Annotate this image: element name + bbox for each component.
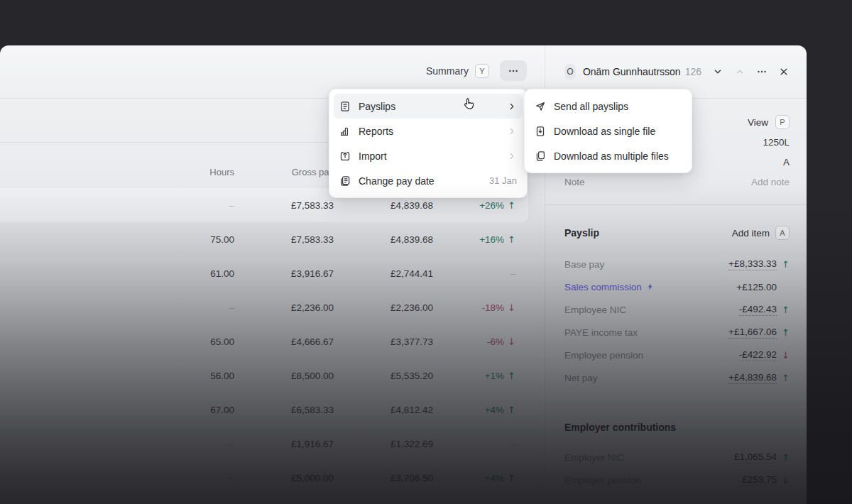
submenu-item[interactable]: Send all payslips [529, 94, 687, 119]
payslip-item-row: Net pay +£4,839.68 [564, 366, 790, 389]
payslip-item-value[interactable]: +£125.00 [736, 282, 777, 292]
cell-hours: – [0, 200, 234, 211]
trend-arrow-icon [508, 405, 515, 415]
table-row[interactable]: – £2,236.00 £2,236.00 -18% [0, 290, 528, 324]
table-row[interactable]: 56.00 £8,500.00 £5,535.20 +1% [0, 358, 528, 393]
cell-net-pay: £3,706.50 [334, 473, 433, 483]
employer-section-header: Employer contributions [564, 417, 790, 437]
payslip-item-value[interactable]: -£492.43 [739, 304, 777, 316]
menu-item[interactable]: Import [334, 143, 523, 168]
submenu-item-label: Download as multiple files [554, 150, 682, 162]
trend-arrow-icon [508, 200, 515, 211]
info-value[interactable]: A [783, 157, 790, 168]
menu-item-label: Import [359, 150, 491, 162]
download-single-icon [535, 126, 546, 137]
menu-item[interactable]: Reports [334, 119, 523, 143]
previous-employee-button[interactable] [734, 66, 746, 77]
next-employee-button[interactable] [712, 66, 723, 77]
cell-net-pay: £4,839.68 [334, 200, 433, 211]
menu-item-label: Reports [359, 126, 491, 137]
cell-hours: – [0, 439, 234, 449]
trend-arrow-icon [508, 473, 515, 483]
window-header-controls: Summary Y [426, 60, 527, 81]
cell-change: +1% [433, 371, 515, 381]
employer-item-label: Employer pension [564, 475, 742, 486]
menu-item[interactable]: Change pay date 31 Jan [334, 168, 523, 193]
more-options-button[interactable] [500, 60, 527, 81]
summary-shortcut-key: Y [475, 64, 489, 78]
menu-item[interactable]: Payslips [334, 94, 523, 119]
panel-more-button[interactable] [756, 66, 768, 77]
employer-item-value[interactable]: £1,065.54 [734, 451, 777, 464]
info-row: Note Add note [564, 172, 790, 192]
table-row[interactable]: – £1,916.67 £1,322.69 – [0, 427, 528, 461]
payslip-item-label: Sales commission [564, 282, 736, 292]
cell-change: – [433, 439, 515, 449]
change-percent: -18% [482, 302, 505, 313]
submenu-item[interactable]: Download as multiple files [529, 143, 687, 168]
section-divider [545, 204, 807, 205]
info-value[interactable]: 1250L [763, 137, 790, 148]
cell-change: +4% [433, 473, 515, 483]
add-item-button[interactable]: Add item A [732, 226, 790, 240]
cell-change: +16% [433, 234, 515, 245]
bolt-icon [646, 283, 655, 291]
download-multiple-icon [535, 150, 546, 162]
change-percent: +26% [479, 200, 504, 211]
employer-item-value[interactable]: £253.75 [742, 474, 777, 486]
cell-change: +4% [433, 405, 515, 415]
submenu-item[interactable]: Download as single file [529, 119, 687, 143]
employer-item-row: Employer NIC £1,065.54 [564, 446, 790, 469]
cell-net-pay: £5,535.20 [334, 371, 433, 381]
view-button[interactable]: View [748, 117, 768, 128]
table-row[interactable]: – £5,000.00 £3,706.50 +4% [0, 461, 528, 495]
change-percent: – [510, 439, 515, 449]
view-shortcut-key: P [775, 115, 790, 129]
payslip-item-value[interactable]: +£1,667.06 [728, 327, 777, 339]
table-row[interactable]: 65.00 £4,666.67 £3,377.73 -6% [0, 324, 528, 358]
column-header-hours: Hours [0, 167, 234, 177]
menu-item-label: Change pay date [359, 175, 481, 187]
cell-gross-pay: £8,500.00 [234, 371, 334, 381]
pay-run-table: Hours Gross pay – £7,583.33 £4,839.68 +2… [0, 156, 528, 495]
screen: Summary Y Hours Gross pay – £7,583.33 £4… [0, 0, 852, 504]
payslip-item-value[interactable]: +£8,333.33 [728, 258, 777, 270]
submenu-item-label: Send all payslips [554, 101, 682, 112]
info-value[interactable]: Add note [751, 177, 790, 187]
trend-arrow-icon [508, 371, 515, 381]
menu-item-trailing-text: 31 Jan [489, 175, 517, 186]
trend-arrow-icon [508, 336, 515, 347]
cell-gross-pay: £5,000.00 [234, 473, 334, 483]
cell-net-pay: £2,744.41 [334, 268, 433, 279]
cell-net-pay: £4,839.68 [334, 234, 433, 245]
cell-change: +26% [433, 200, 515, 211]
info-label: Note [564, 177, 585, 187]
cell-net-pay: £3,377.73 [334, 336, 433, 347]
change-percent: +16% [479, 234, 504, 245]
summary-toggle[interactable]: Summary [426, 65, 469, 77]
payslip-item-row: Employee NIC -£492.43 [564, 298, 790, 321]
cell-hours: – [0, 473, 234, 483]
cell-gross-pay: £3,916.67 [234, 268, 334, 279]
table-row[interactable]: 67.00 £6,583.33 £4,812.42 +4% [0, 393, 528, 427]
payslip-item-value[interactable]: -£422.92 [739, 349, 777, 361]
trend-arrow-icon [777, 350, 790, 361]
send-icon [535, 101, 546, 112]
payslips-submenu: Send all payslips Download as single fil… [524, 89, 692, 173]
payslip-title: Payslip [564, 227, 599, 239]
close-icon [778, 66, 790, 77]
trend-arrow-icon [508, 234, 515, 245]
payslip-item-row: Base pay +£8,333.33 [564, 253, 790, 275]
payslip-item-row: PAYE income tax +£1,667.06 [564, 321, 790, 344]
ellipsis-icon [756, 66, 768, 77]
payslip-item-label: Employee NIC [564, 305, 739, 315]
payslips-icon [339, 101, 351, 112]
actions-menu: Payslips Reports Import Change pay date [329, 89, 528, 198]
chevron-right-icon [507, 126, 517, 136]
panel-close-button[interactable] [778, 66, 790, 77]
table-row[interactable]: 75.00 £7,583.33 £4,839.68 +16% [0, 222, 528, 256]
table-body: – £7,583.33 £4,839.68 +26% 75.00 £7,583.… [0, 188, 528, 495]
chevron-down-icon [712, 66, 723, 77]
table-row[interactable]: 61.00 £3,916.67 £2,744.41 – [0, 256, 528, 290]
payslip-item-value[interactable]: +£4,839.68 [728, 372, 777, 384]
